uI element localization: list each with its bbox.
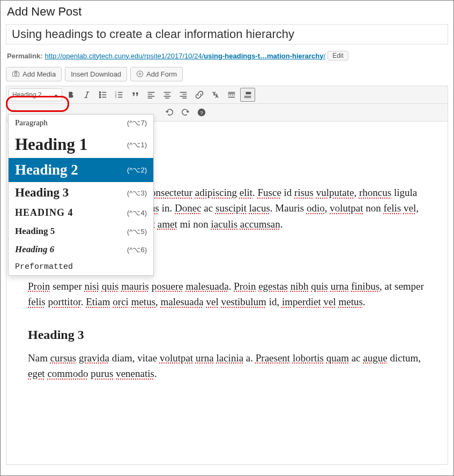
permalink-trail: / <box>324 52 326 60</box>
format-option-label: HEADING 4 <box>15 207 73 218</box>
bullet-list-button[interactable] <box>95 88 110 102</box>
svg-rect-11 <box>244 92 246 95</box>
svg-text:?: ? <box>200 110 203 116</box>
content-paragraph-2: Proin semper nisi quis mauris posuere ma… <box>28 278 426 310</box>
plus-circle-icon <box>136 70 144 79</box>
help-button[interactable]: ? <box>194 105 209 119</box>
format-option-label: Heading 5 <box>15 226 55 237</box>
redo-button[interactable] <box>178 105 193 119</box>
format-dropdown-value: Heading 2 <box>12 91 42 99</box>
numbered-list-button[interactable]: 123 <box>111 88 126 102</box>
camera-icon <box>12 70 20 79</box>
read-more-button[interactable] <box>224 88 239 102</box>
svg-point-6 <box>99 96 100 97</box>
format-option-7[interactable]: Preformatted <box>9 259 153 275</box>
post-title-input[interactable] <box>6 24 448 44</box>
page-title: Add New Post <box>1 1 453 24</box>
add-form-button[interactable]: Add Form <box>130 67 183 81</box>
svg-rect-0 <box>13 72 19 77</box>
permalink-base: http://openlab.citytech.cuny.edu/rpsite1… <box>44 52 204 60</box>
format-option-shortcut: (^⌥7) <box>127 119 147 127</box>
svg-point-1 <box>14 73 17 75</box>
format-option-label: Heading 1 <box>15 135 87 154</box>
format-option-1[interactable]: Heading 1(^⌥1) <box>9 131 153 158</box>
add-media-label: Add Media <box>23 70 56 78</box>
bold-button[interactable] <box>63 88 78 102</box>
editor-panel: Add New Post Permalink: http://openlab.c… <box>0 0 454 476</box>
link-button[interactable] <box>192 88 207 102</box>
align-right-button[interactable] <box>176 88 191 102</box>
format-option-label: Paragraph <box>15 118 48 127</box>
svg-point-4 <box>99 92 100 93</box>
format-option-label: Heading 3 <box>15 186 69 200</box>
format-option-shortcut: (^⌥4) <box>127 209 147 217</box>
caret-up-icon <box>54 91 58 99</box>
italic-button[interactable] <box>79 88 94 102</box>
format-option-shortcut: (^⌥6) <box>127 246 147 254</box>
format-option-shortcut: (^⌥1) <box>127 141 147 149</box>
align-left-button[interactable] <box>144 88 159 102</box>
content-paragraph-3: Nam cursus gravida diam, vitae volutpat … <box>28 350 426 382</box>
undo-button[interactable] <box>162 105 177 119</box>
toolbar-row-1: Heading 2 123 <box>6 86 448 104</box>
content-heading-3: Heading 3 <box>28 325 426 345</box>
format-option-3[interactable]: Heading 3(^⌥3) <box>9 182 153 203</box>
format-option-0[interactable]: Paragraph(^⌥7) <box>9 115 153 131</box>
format-dropdown-menu: Paragraph(^⌥7)Heading 1(^⌥1)Heading 2(^⌥… <box>8 114 154 276</box>
permalink-label: Permalink: <box>7 52 42 60</box>
format-option-4[interactable]: HEADING 4(^⌥4) <box>9 203 153 222</box>
svg-point-5 <box>99 94 100 95</box>
align-center-button[interactable] <box>160 88 175 102</box>
format-option-label: Heading 2 <box>15 162 78 178</box>
format-option-shortcut: (^⌥2) <box>127 166 147 174</box>
toolbar-toggle-button[interactable] <box>240 88 255 102</box>
permalink-edit-button[interactable]: Edit <box>328 51 348 61</box>
media-buttons-row: Add Media Insert Download Add Form <box>1 67 453 86</box>
format-option-shortcut: (^⌥5) <box>127 228 147 236</box>
blockquote-button[interactable] <box>128 88 143 102</box>
unlink-button[interactable] <box>208 88 223 102</box>
format-option-label: Preformatted <box>15 262 73 271</box>
add-form-label: Add Form <box>146 70 177 78</box>
svg-rect-2 <box>14 71 17 72</box>
permalink-row: Permalink: http://openlab.citytech.cuny.… <box>1 49 453 67</box>
permalink-slug: using-headings-t…mation-hierarchy <box>204 52 323 60</box>
format-dropdown-button[interactable]: Heading 2 <box>9 88 62 101</box>
title-input-wrap <box>1 24 453 49</box>
format-option-6[interactable]: Heading 6(^⌥6) <box>9 240 153 259</box>
format-option-label: Heading 6 <box>15 244 54 255</box>
format-option-shortcut: (^⌥3) <box>127 189 147 197</box>
permalink-link[interactable]: http://openlab.citytech.cuny.edu/rpsite1… <box>44 52 325 60</box>
insert-download-button[interactable]: Insert Download <box>65 67 127 81</box>
svg-text:3: 3 <box>115 96 117 99</box>
add-media-button[interactable]: Add Media <box>6 67 62 81</box>
format-option-5[interactable]: Heading 5(^⌥5) <box>9 222 153 240</box>
format-option-2[interactable]: Heading 2(^⌥2) <box>9 158 153 182</box>
